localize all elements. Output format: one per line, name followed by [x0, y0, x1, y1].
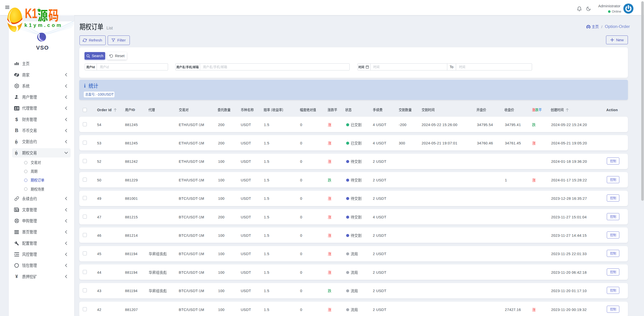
svg-text:B: B — [15, 140, 18, 144]
svg-text:B: B — [15, 151, 18, 155]
